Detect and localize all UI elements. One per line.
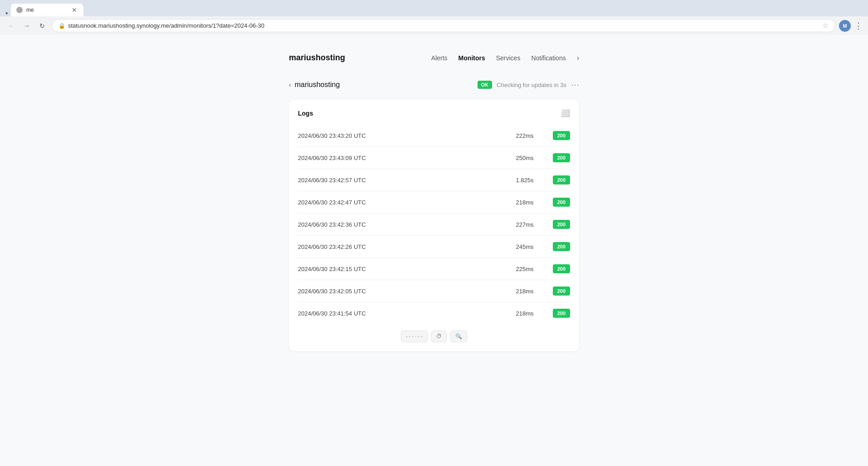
logs-title: Logs [298, 110, 313, 117]
status-badge: 200 [553, 242, 570, 251]
address-bar[interactable]: 🔒 statusnook.mariushosting.synology.me/a… [52, 19, 835, 32]
nav-alerts[interactable]: Alerts [431, 54, 448, 62]
log-status: 200 [543, 131, 570, 140]
timer-button[interactable]: ⏱ [431, 330, 447, 342]
log-duration: 227ms [507, 221, 543, 228]
checking-text: Checking for updates in 3s [497, 82, 566, 88]
nav-monitors[interactable]: Monitors [458, 54, 485, 62]
log-duration: 222ms [507, 132, 543, 139]
tab-close-button[interactable]: ✕ [71, 6, 78, 14]
page-content: mariushosting Alerts Monitors Services N… [0, 35, 868, 466]
dots-icon: · · · · · · [406, 333, 423, 340]
log-row: 2024/06/30 23:42:05 UTC 218ms 200 [298, 280, 570, 302]
ok-badge: OK [478, 81, 493, 89]
log-row: 2024/06/30 23:43:20 UTC 222ms 200 [298, 125, 570, 147]
log-row: 2024/06/30 23:42:57 UTC 1.825s 200 [298, 169, 570, 191]
bottom-toolbar: · · · · · · ⏱ 🔍 [298, 326, 570, 342]
log-status: 200 [543, 286, 570, 296]
log-duration: 245ms [507, 243, 543, 250]
log-timestamp: 2024/06/30 23:42:15 UTC [298, 266, 507, 272]
status-badge: 200 [553, 131, 570, 140]
monitor-status-area: OK Checking for updates in 3s ⋯ [478, 81, 579, 89]
logs-header: Logs ⬜ [298, 109, 570, 117]
tab-favicon [16, 7, 23, 13]
browser-toolbar: ← → ↻ 🔒 statusnook.mariushosting.synolog… [0, 16, 868, 35]
log-status: 200 [543, 153, 570, 162]
back-to-monitors[interactable]: ‹ mariushosting [289, 81, 340, 89]
log-timestamp: 2024/06/30 23:43:09 UTC [298, 155, 507, 161]
log-timestamp: 2024/06/30 23:42:05 UTC [298, 288, 507, 295]
log-status: 200 [543, 198, 570, 207]
log-row: 2024/06/30 23:42:15 UTC 225ms 200 [298, 258, 570, 280]
log-timestamp: 2024/06/30 23:42:57 UTC [298, 177, 507, 184]
log-timestamp: 2024/06/30 23:43:20 UTC [298, 132, 507, 139]
log-status: 200 [543, 220, 570, 229]
nav-services[interactable]: Services [496, 54, 521, 62]
log-timestamp: 2024/06/30 23:42:26 UTC [298, 243, 507, 250]
log-row: 2024/06/30 23:42:26 UTC 245ms 200 [298, 236, 570, 258]
back-chevron-icon: ‹ [289, 81, 291, 88]
log-timestamp: 2024/06/30 23:42:47 UTC [298, 199, 507, 206]
back-button[interactable]: ← [5, 20, 17, 32]
search-button[interactable]: 🔍 [450, 330, 467, 342]
log-row: 2024/06/30 23:42:36 UTC 227ms 200 [298, 214, 570, 236]
log-row: 2024/06/30 23:42:47 UTC 218ms 200 [298, 191, 570, 214]
browser-menu-button[interactable]: ⋮ [854, 21, 863, 31]
top-nav: mariushosting Alerts Monitors Services N… [289, 53, 579, 63]
log-status: 200 [543, 264, 570, 273]
bookmark-icon[interactable]: ☆ [822, 21, 829, 30]
status-badge: 200 [553, 153, 570, 162]
log-timestamp: 2024/06/30 23:41:54 UTC [298, 310, 507, 317]
refresh-button[interactable]: ↻ [36, 20, 48, 32]
status-badge: 200 [553, 198, 570, 207]
log-row: 2024/06/30 23:43:09 UTC 250ms 200 [298, 147, 570, 169]
monitor-name: mariushosting [295, 81, 340, 89]
logs-section: Logs ⬜ 2024/06/30 23:43:20 UTC 222ms 200… [289, 100, 579, 351]
log-duration: 250ms [507, 155, 543, 161]
pagination-dots-button[interactable]: · · · · · · [401, 330, 428, 342]
log-duration: 225ms [507, 266, 543, 272]
nav-notifications[interactable]: Notifications [531, 54, 566, 62]
log-status: 200 [543, 175, 570, 184]
nav-links: Alerts Monitors Services Notifications › [431, 54, 579, 62]
site-title: mariushosting [289, 53, 345, 63]
log-status: 200 [543, 242, 570, 251]
log-duration: 218ms [507, 310, 543, 317]
forward-button[interactable]: → [21, 20, 33, 32]
log-rows-container: 2024/06/30 23:43:20 UTC 222ms 200 2024/0… [298, 125, 570, 324]
log-row: 2024/06/30 23:41:54 UTC 218ms 200 [298, 302, 570, 324]
nav-more-button[interactable]: › [577, 54, 579, 62]
status-badge: 200 [553, 175, 570, 184]
log-duration: 218ms [507, 288, 543, 295]
status-badge: 200 [553, 309, 570, 318]
url-text: statusnook.mariushosting.synology.me/adm… [68, 22, 819, 29]
status-badge: 200 [553, 264, 570, 273]
active-tab[interactable]: me ✕ [11, 4, 83, 16]
tab-title: me [26, 7, 67, 13]
tab-dropdown[interactable]: ▾ [5, 10, 8, 16]
log-timestamp: 2024/06/30 23:42:36 UTC [298, 221, 507, 228]
lock-icon: 🔒 [59, 23, 65, 29]
log-duration: 1.825s [507, 177, 543, 184]
monitor-more-button[interactable]: ⋯ [571, 81, 579, 89]
monitor-header: ‹ mariushosting OK Checking for updates … [289, 81, 579, 89]
main-container: mariushosting Alerts Monitors Services N… [289, 53, 579, 351]
search-icon: 🔍 [455, 333, 462, 340]
log-duration: 218ms [507, 199, 543, 206]
profile-button[interactable]: M [839, 20, 851, 32]
logs-expand-icon[interactable]: ⬜ [561, 109, 570, 117]
status-badge: 200 [553, 286, 570, 296]
log-status: 200 [543, 309, 570, 318]
browser-tabs: ▾ me ✕ [5, 4, 863, 16]
clock-icon: ⏱ [436, 333, 442, 340]
status-badge: 200 [553, 220, 570, 229]
browser-chrome: ▾ me ✕ [0, 0, 868, 16]
